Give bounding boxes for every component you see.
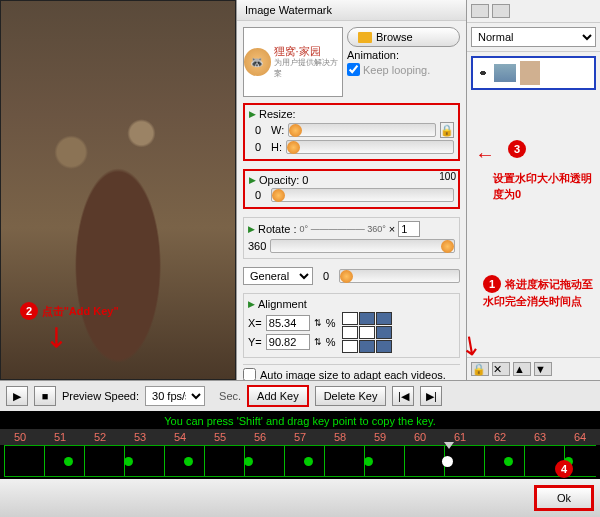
arrow-icon: ←: [475, 143, 495, 166]
opacity-label: Opacity:: [259, 174, 299, 186]
opacity-end: 100: [439, 171, 456, 182]
timeline-track[interactable]: [4, 445, 596, 477]
panel-title: Image Watermark: [237, 0, 466, 21]
preview-frame: [1, 1, 235, 379]
align-x-input[interactable]: [266, 315, 310, 331]
resize-section: ▶Resize: 0 W: 🔒 0 H:: [243, 103, 460, 161]
lock-aspect-button[interactable]: 🔒: [440, 122, 454, 138]
keyframe-active[interactable]: [440, 454, 456, 470]
ok-button[interactable]: Ok: [534, 485, 594, 511]
resize-w-label: W:: [271, 124, 284, 136]
alignment-grid: [342, 312, 392, 353]
folder-icon: [358, 32, 372, 43]
rotate-range: 0° —————— 360°: [300, 224, 386, 234]
keyframe[interactable]: [64, 457, 73, 466]
align-y-input[interactable]: [266, 334, 310, 350]
align-ml[interactable]: [342, 326, 358, 339]
timeline: You can press 'Shift' and drag key point…: [0, 411, 600, 479]
align-tc[interactable]: [359, 312, 375, 325]
alignment-label: Alignment: [258, 298, 307, 310]
rotate-slider[interactable]: [270, 239, 455, 253]
general-slider[interactable]: [339, 269, 460, 283]
layer-thumb-2: [520, 61, 540, 85]
general-value: 0: [317, 270, 335, 282]
layer-item[interactable]: [471, 56, 596, 90]
align-y-label: Y=: [248, 336, 262, 348]
controls-bar: ▶ ■ Preview Speed: 30 fps/s Sec. Add Key…: [0, 380, 600, 411]
watermark-panel: Image Watermark 🦝 狸窝·家园 为用户提供解决方案: [236, 0, 466, 380]
keyframe[interactable]: [364, 457, 373, 466]
pct: %: [326, 336, 336, 348]
keyframe[interactable]: [564, 457, 573, 466]
tick: 50: [14, 431, 26, 443]
align-tr[interactable]: [376, 312, 392, 325]
tick: 55: [214, 431, 226, 443]
keyframe[interactable]: [504, 457, 513, 466]
layer-down-icon[interactable]: ▼: [534, 362, 552, 376]
slider-thumb[interactable]: [441, 240, 454, 253]
browse-button[interactable]: Browse: [347, 27, 460, 47]
layer-delete-icon[interactable]: ✕: [492, 362, 510, 376]
tick: 58: [334, 431, 346, 443]
eye-icon[interactable]: [476, 68, 490, 78]
opacity-start: 0: [302, 174, 308, 186]
stop-button[interactable]: ■: [34, 386, 56, 406]
align-mr[interactable]: [376, 326, 392, 339]
opacity-slider[interactable]: [271, 188, 454, 202]
layer-tool-2[interactable]: [492, 4, 510, 18]
timeline-hint: You can press 'Shift' and drag key point…: [0, 413, 600, 429]
resize-h-value: 0: [249, 141, 267, 153]
slider-thumb[interactable]: [287, 141, 300, 154]
tick: 62: [494, 431, 506, 443]
align-mc[interactable]: [359, 326, 375, 339]
tick: 64: [574, 431, 586, 443]
alignment-section: ▶Alignment X=⇅% Y=⇅%: [243, 293, 460, 358]
prev-key-button[interactable]: |◀: [392, 386, 414, 406]
align-bl[interactable]: [342, 340, 358, 353]
tick: 53: [134, 431, 146, 443]
fps-select[interactable]: 30 fps/s: [145, 386, 205, 406]
tick: 59: [374, 431, 386, 443]
keyframe[interactable]: [244, 457, 253, 466]
opacity-value: 0: [249, 189, 267, 201]
play-button[interactable]: ▶: [6, 386, 28, 406]
blend-mode-select[interactable]: Normal: [471, 27, 596, 47]
tick: 60: [414, 431, 426, 443]
general-select[interactable]: General: [243, 267, 313, 285]
playhead[interactable]: [444, 442, 454, 449]
slider-thumb[interactable]: [340, 270, 353, 283]
watermark-preview: 🦝 狸窝·家园 为用户提供解决方案: [243, 27, 343, 97]
preview-speed-label: Preview Speed:: [62, 390, 139, 402]
layer-up-icon[interactable]: ▲: [513, 362, 531, 376]
rotate-mult: ×: [389, 223, 395, 235]
layer-lock-icon[interactable]: 🔒: [471, 362, 489, 376]
tick: 61: [454, 431, 466, 443]
tick: 56: [254, 431, 266, 443]
raccoon-icon: 🦝: [244, 48, 271, 76]
align-br[interactable]: [376, 340, 392, 353]
timeline-ticks: 505152535455565758596061626364: [0, 429, 600, 445]
delete-key-button[interactable]: Delete Key: [315, 386, 387, 406]
rotate-label: Rotate :: [258, 223, 297, 235]
slider-thumb[interactable]: [289, 124, 302, 137]
align-tl[interactable]: [342, 312, 358, 325]
align-bc[interactable]: [359, 340, 375, 353]
keyframe[interactable]: [124, 457, 133, 466]
footer: Ok: [0, 479, 600, 517]
layer-tool-1[interactable]: [471, 4, 489, 18]
resize-h-slider[interactable]: [286, 140, 454, 154]
keyframe[interactable]: [304, 457, 313, 466]
next-key-button[interactable]: ▶|: [420, 386, 442, 406]
slider-thumb[interactable]: [272, 189, 285, 202]
resize-w-slider[interactable]: [288, 123, 436, 137]
add-key-button[interactable]: Add Key: [247, 385, 309, 407]
watermark-brand: 狸窝·家园: [274, 45, 342, 57]
keyframe[interactable]: [184, 457, 193, 466]
layer-thumb: [494, 64, 516, 82]
rotate-mult-input[interactable]: [398, 221, 420, 237]
keep-looping-input[interactable]: [347, 63, 360, 76]
tick: 63: [534, 431, 546, 443]
keep-looping-checkbox[interactable]: Keep looping.: [347, 63, 460, 76]
keep-looping-label: Keep looping.: [363, 64, 430, 76]
resize-label: Resize:: [259, 108, 296, 120]
